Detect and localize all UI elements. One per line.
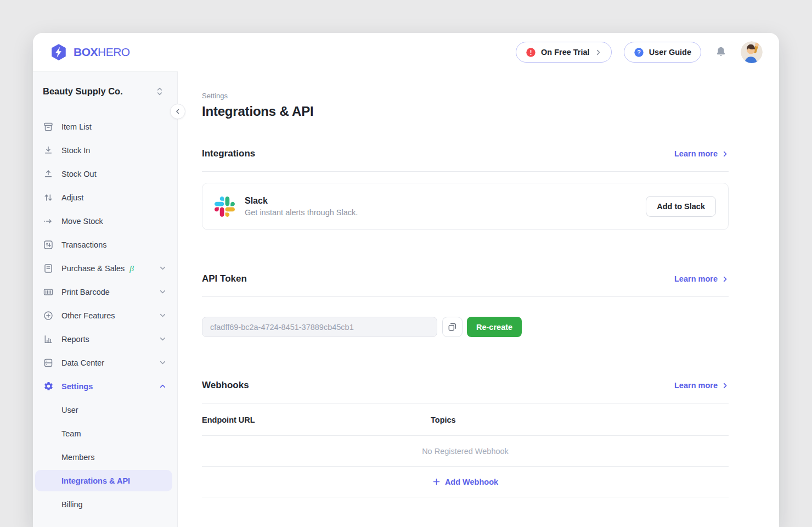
- sidebar-item-label: Transactions: [61, 240, 106, 249]
- sidebar: Beauty Supply Co. Item ListStock InStock…: [33, 71, 178, 527]
- recreate-token-button[interactable]: Re-create: [467, 317, 522, 337]
- sidebar-item-label: Print Barcode: [61, 288, 110, 296]
- boxhero-logo: BOXHERO: [49, 43, 130, 61]
- user-avatar[interactable]: [741, 41, 763, 63]
- api-token-learn-more-link[interactable]: Learn more: [674, 274, 729, 283]
- api-token-field[interactable]: [202, 317, 437, 337]
- sidebar-item-label: Settings: [61, 382, 93, 391]
- add-webhook-button[interactable]: Add Webhook: [202, 467, 729, 497]
- sidebar-item-print-barcode[interactable]: Print Barcode: [33, 280, 177, 304]
- sidebar-item-stock-out[interactable]: Stock Out: [33, 162, 177, 186]
- divider: [202, 171, 729, 172]
- chevron-up-icon: [159, 383, 166, 390]
- plus-icon: [432, 478, 441, 486]
- sidebar-item-label: Team: [61, 429, 81, 438]
- sidebar-item-label: Move Stock: [61, 217, 103, 226]
- chevron-down-icon: [159, 265, 166, 272]
- chevron-right-icon: [595, 49, 602, 56]
- chevron-down-icon: [159, 359, 166, 366]
- download-icon: [43, 145, 54, 156]
- logo-text: BOXHERO: [74, 46, 130, 59]
- api-token-heading: API Token: [202, 273, 247, 284]
- plus-circle-icon: [43, 310, 54, 321]
- sidebar-item-user[interactable]: User: [33, 398, 177, 422]
- top-bar: BOXHERO On Free Trial: [33, 33, 779, 71]
- sidebar-item-label: Reports: [61, 335, 89, 344]
- adjust-icon: [43, 192, 54, 203]
- document-icon: [43, 263, 54, 274]
- sidebar-item-label: Stock In: [61, 146, 90, 155]
- notifications-bell-icon[interactable]: [713, 44, 729, 60]
- slack-title: Slack: [245, 196, 358, 206]
- add-webhook-label: Add Webhook: [445, 478, 498, 486]
- webhooks-table-header: Endpoint URL Topics: [202, 403, 729, 436]
- chart-icon: [43, 334, 54, 345]
- transactions-icon: [43, 239, 54, 250]
- sidebar-item-stock-in[interactable]: Stock In: [33, 138, 177, 162]
- webhooks-learn-more-link[interactable]: Learn more: [674, 381, 729, 390]
- copy-token-button[interactable]: [442, 317, 463, 337]
- integrations-heading: Integrations: [202, 148, 255, 159]
- sidebar-item-label: Purchase & Sales: [61, 264, 125, 273]
- workspace-name: Beauty Supply Co.: [43, 86, 123, 97]
- sidebar-collapse-button[interactable]: [170, 104, 185, 119]
- database-icon: [43, 357, 54, 368]
- free-trial-label: On Free Trial: [541, 48, 590, 57]
- breadcrumb: Settings: [202, 92, 729, 100]
- free-trial-button[interactable]: On Free Trial: [516, 42, 612, 63]
- sidebar-item-settings[interactable]: Settings: [33, 374, 177, 398]
- chevron-right-icon: [721, 276, 729, 283]
- chevron-right-icon: [721, 382, 729, 389]
- sidebar-item-label: Billing: [61, 500, 83, 509]
- sidebar-item-adjust[interactable]: Adjust: [33, 186, 177, 209]
- sidebar-item-label: Item List: [61, 122, 92, 131]
- column-endpoint-url: Endpoint URL: [202, 416, 431, 424]
- slack-description: Get instant alerts through Slack.: [245, 208, 358, 217]
- question-badge-icon: ?: [634, 47, 644, 58]
- barcode-icon: [43, 287, 54, 298]
- user-guide-label: User Guide: [649, 48, 691, 57]
- copy-icon: [447, 322, 458, 332]
- chevron-down-icon: [159, 335, 166, 343]
- integrations-learn-more-link[interactable]: Learn more: [674, 149, 729, 158]
- sidebar-item-item-list[interactable]: Item List: [33, 115, 177, 138]
- sidebar-item-billing[interactable]: Billing: [33, 492, 177, 516]
- beta-badge: β: [129, 264, 134, 273]
- add-to-slack-button[interactable]: Add to Slack: [646, 196, 716, 217]
- boxhero-hexagon-icon: [49, 43, 68, 61]
- workspace-switcher[interactable]: Beauty Supply Co.: [33, 72, 177, 107]
- app-window: BOXHERO On Free Trial: [33, 33, 779, 527]
- box-icon: [43, 121, 54, 132]
- main-content: Settings Integrations & API Integrations…: [178, 71, 779, 527]
- sidebar-item-label: Integrations & API: [61, 476, 130, 485]
- sidebar-item-reports[interactable]: Reports: [33, 327, 177, 351]
- sidebar-item-members[interactable]: Members: [33, 445, 177, 469]
- slack-logo-icon: [215, 197, 235, 217]
- divider: [202, 296, 729, 297]
- user-guide-button[interactable]: ? User Guide: [624, 42, 701, 63]
- sidebar-item-transactions[interactable]: Transactions: [33, 233, 177, 256]
- learn-more-label: Learn more: [674, 274, 718, 283]
- svg-text:?: ?: [637, 49, 641, 55]
- sidebar-item-label: Data Center: [61, 358, 104, 367]
- gear-icon: [43, 381, 54, 392]
- column-topics: Topics: [431, 416, 729, 424]
- sidebar-item-purchase-sales[interactable]: Purchase & Salesβ: [33, 256, 177, 280]
- sidebar-item-data-center[interactable]: Data Center: [33, 351, 177, 374]
- sidebar-item-integrations-api[interactable]: Integrations & API: [35, 470, 172, 491]
- sidebar-item-move-stock[interactable]: Move Stock: [33, 209, 177, 233]
- sidebar-item-label: Stock Out: [61, 170, 97, 178]
- upload-icon: [43, 169, 54, 180]
- sidebar-item-team[interactable]: Team: [33, 422, 177, 445]
- sidebar-item-label: User: [61, 406, 78, 414]
- sidebar-item-label: Members: [61, 453, 94, 462]
- sidebar-item-other-features[interactable]: Other Features: [33, 304, 177, 327]
- chevron-right-icon: [721, 150, 729, 158]
- sort-arrows-icon: [156, 87, 163, 96]
- sidebar-nav: Item ListStock InStock OutAdjustMove Sto…: [33, 107, 177, 516]
- slack-integration-card: Slack Get instant alerts through Slack. …: [202, 183, 729, 230]
- webhooks-empty-state: No Registered Webhook: [202, 436, 729, 467]
- alert-badge-icon: [526, 47, 536, 58]
- webhooks-heading: Webhooks: [202, 380, 249, 391]
- sidebar-item-label: Adjust: [61, 193, 83, 202]
